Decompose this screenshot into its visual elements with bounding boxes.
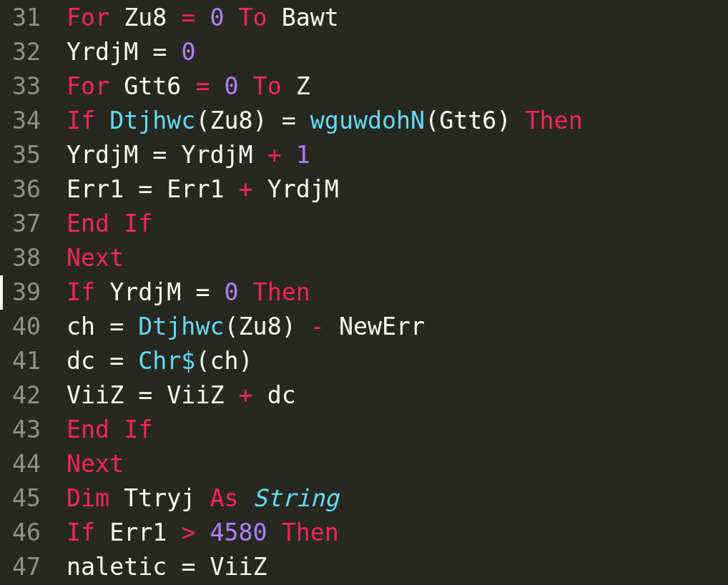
line-number: 46 [0, 516, 41, 550]
line-number: 32 [0, 35, 41, 69]
token: Gtt6 [124, 72, 181, 100]
token [109, 72, 124, 100]
token [282, 72, 296, 100]
line-number: 44 [0, 447, 41, 481]
token: For [67, 4, 109, 31]
token: If [67, 518, 95, 546]
line-number: 37 [0, 207, 41, 241]
token: wguwdohN [310, 107, 425, 134]
token: If [67, 107, 95, 134]
token [325, 313, 339, 340]
token: Zu8 [239, 313, 282, 340]
token [124, 381, 138, 409]
token: If [67, 278, 95, 306]
token: = [138, 175, 152, 203]
token [253, 381, 267, 409]
code-line[interactable]: Next [67, 241, 728, 275]
token [95, 313, 109, 340]
token: If [124, 210, 152, 237]
token [267, 4, 282, 31]
token [253, 175, 267, 203]
token: ch [210, 347, 238, 375]
token: = [152, 141, 167, 169]
token: As [210, 484, 238, 512]
token: = [195, 72, 210, 100]
token: End [67, 416, 109, 443]
token: ViiZ [67, 381, 124, 409]
token [181, 278, 195, 306]
line-number: 47 [0, 550, 41, 584]
token: 0 [225, 278, 239, 306]
token: 4580 [210, 518, 267, 546]
token [195, 4, 210, 31]
token [511, 107, 525, 134]
token: ( [425, 107, 439, 134]
code-line[interactable]: Dim Ttryj As String [67, 481, 728, 516]
line-number: 38 [0, 241, 41, 275]
token: Next [67, 244, 124, 272]
code-line[interactable]: End If [67, 207, 728, 241]
code-line[interactable]: If Dtjhwc(Zu8) = wguwdohN(Gtt6) Then [67, 104, 728, 138]
code-line[interactable]: Err1 = Err1 + YrdjM [67, 172, 728, 207]
code-line[interactable]: For Zu8 = 0 To Bawt [67, 1, 728, 35]
token: = [282, 107, 296, 134]
code-line[interactable]: Next [67, 447, 728, 481]
code-line[interactable]: End If [67, 413, 728, 447]
token: 0 [210, 4, 224, 31]
code-line[interactable]: ch = Dtjhwc(Zu8) - NewErr [67, 310, 728, 344]
token [152, 381, 167, 409]
line-number: 36 [0, 172, 41, 207]
token [138, 38, 152, 66]
code-editor[interactable]: 3132333435363738394041424344454647 For Z… [0, 0, 728, 585]
token: NewErr [339, 313, 425, 340]
line-number: 42 [0, 378, 41, 413]
token: = [109, 347, 124, 375]
code-line[interactable]: naletic = ViiZ [67, 550, 728, 584]
code-line[interactable]: If Err1 > 4580 Then [67, 516, 728, 550]
token [167, 4, 181, 31]
token [95, 107, 109, 134]
line-number: 34 [0, 104, 41, 138]
token: ( [195, 107, 210, 134]
token: dc [67, 347, 95, 375]
token [109, 484, 124, 512]
line-number: 39 [0, 275, 41, 310]
token: YrdjM [109, 278, 181, 306]
token [195, 484, 210, 512]
token: Err1 [67, 175, 124, 203]
code-line[interactable]: dc = Chr$(ch) [67, 344, 728, 378]
token [296, 313, 310, 340]
code-line[interactable]: If YrdjM = 0 Then [67, 275, 728, 310]
token: To [253, 72, 282, 100]
token: > [181, 518, 195, 546]
code-area[interactable]: For Zu8 = 0 To BawtYrdjM = 0For Gtt6 = 0… [45, 1, 728, 585]
token [95, 347, 109, 375]
line-number: 41 [0, 344, 41, 378]
token [167, 553, 181, 581]
token: = [152, 38, 167, 66]
token [239, 484, 253, 512]
token [210, 72, 224, 100]
token [253, 141, 267, 169]
line-number: 45 [0, 481, 41, 516]
token: Dim [67, 484, 109, 512]
code-line[interactable]: YrdjM = 0 [67, 35, 728, 69]
token [195, 553, 210, 581]
token: Then [253, 278, 310, 306]
token: ( [195, 347, 210, 375]
line-number: 31 [0, 1, 41, 35]
token: Then [282, 518, 339, 546]
token: YrdjM [67, 141, 138, 169]
token: Next [67, 450, 124, 478]
token: ) [496, 107, 511, 134]
code-line[interactable]: ViiZ = ViiZ + dc [67, 378, 728, 413]
token [225, 4, 239, 31]
token [95, 518, 109, 546]
token: Err1 [167, 175, 224, 203]
code-line[interactable]: YrdjM = YrdjM + 1 [67, 138, 728, 172]
token [109, 4, 124, 31]
code-line[interactable]: For Gtt6 = 0 To Z [67, 69, 728, 104]
token: If [124, 416, 152, 443]
token [239, 278, 253, 306]
token: ) [239, 347, 253, 375]
